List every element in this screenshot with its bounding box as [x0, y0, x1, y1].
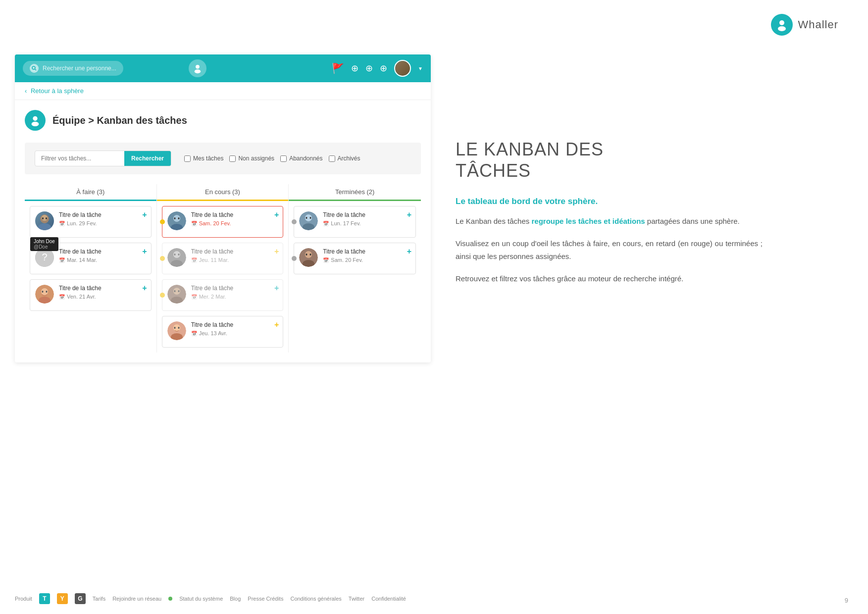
task-add-button[interactable]: +	[274, 210, 279, 219]
task-add-button[interactable]: +	[407, 210, 411, 219]
task-card[interactable]: Titre de la tâche 📅 Jeu. 13 Avr. +	[162, 316, 284, 348]
col-terminees-header: Terminées (2)	[289, 184, 421, 201]
svg-point-40	[178, 327, 179, 329]
checkbox-archives[interactable]: Archivés	[329, 155, 360, 162]
search-bar[interactable]: Rechercher une personne...	[23, 61, 123, 76]
task-add-button[interactable]: +	[274, 320, 279, 329]
task-avatar	[167, 211, 186, 230]
add-circle1-icon[interactable]: ⊕	[351, 63, 358, 74]
col-encours-cards: Titre de la tâche 📅 Sam. 20 Fev. +	[157, 206, 289, 353]
kanban-col-afaire: À faire (3)	[25, 184, 157, 353]
footer-blog[interactable]: Blog	[230, 596, 241, 602]
kanban-col-encours: En cours (3)	[157, 184, 289, 353]
svg-point-45	[310, 217, 311, 219]
task-info: Titre de la tâche 📅 Jeu. 13 Avr.	[191, 321, 278, 336]
svg-point-5	[196, 65, 200, 69]
checkbox-mes-taches-input[interactable]	[184, 155, 191, 162]
task-card[interactable]: Titre de la tâche 📅 Sam. 20 Fev. +	[294, 243, 416, 274]
svg-text:?: ?	[42, 252, 47, 262]
svg-point-10	[38, 223, 51, 230]
task-card[interactable]: Titre de la tâche 📅 Sam. 20 Fev. +	[162, 206, 284, 238]
task-add-button[interactable]: +	[407, 247, 411, 256]
svg-point-20	[46, 291, 48, 293]
task-title: Titre de la tâche	[191, 211, 278, 218]
task-card[interactable]: Titre de la tâche 📅 Ven. 21 Avr. +	[30, 279, 152, 311]
task-dot	[160, 256, 165, 261]
right-panel: LE KANBAN DES TÂCHES Le tableau de bord …	[456, 139, 763, 295]
right-panel-section-title: Le tableau de bord de votre sphère.	[456, 195, 763, 208]
checkbox-non-assignes-input[interactable]	[229, 155, 236, 162]
task-info: Titre de la tâche 📅 Sam. 20 Fev.	[191, 211, 278, 226]
add-circle3-icon[interactable]: ⊕	[380, 63, 387, 74]
task-add-button[interactable]: +	[142, 284, 147, 293]
task-date: 📅 Jeu. 11 Mar.	[191, 257, 278, 263]
footer-tarifs[interactable]: Tarifs	[93, 596, 105, 602]
app-panel: Rechercher une personne... 🚩 ⊕ ⊕ ⊕ ▼ ‹ R…	[15, 54, 431, 362]
task-info: Titre de la tâche 📅 Sam. 20 Fev.	[323, 248, 410, 263]
svg-point-1	[779, 20, 784, 25]
col-afaire-count: (3)	[97, 188, 104, 196]
task-card[interactable]: Titre de la tâche 📅 Lun. 17 Fev. +	[294, 206, 416, 238]
breadcrumb: ‹ Retour à la sphère	[15, 82, 431, 100]
col-encours-header: En cours (3)	[157, 184, 289, 201]
task-avatar	[167, 321, 186, 340]
col-afaire-cards: Titre de la tâche 📅 Lun. 29 Fev. + John …	[25, 206, 156, 316]
footer-rejoindre[interactable]: Rejoindre un réseau	[112, 596, 161, 602]
search-icon	[30, 64, 39, 73]
whaller-logo-icon	[771, 14, 793, 36]
svg-point-7	[33, 116, 37, 121]
svg-point-25	[178, 217, 179, 219]
add-circle2-icon[interactable]: ⊕	[365, 63, 373, 74]
task-add-button[interactable]: +	[142, 210, 147, 219]
navbar: Rechercher une personne... 🚩 ⊕ ⊕ ⊕ ▼	[15, 54, 431, 82]
right-panel-body2: Visualisez en un coup d'oeil les tâches …	[456, 237, 763, 262]
filter-input[interactable]	[35, 151, 124, 166]
checkbox-archives-label: Archivés	[338, 155, 360, 162]
task-info: Titre de la tâche 📅 Lun. 29 Fev.	[59, 211, 146, 226]
task-add-button[interactable]: +	[274, 284, 279, 293]
footer-conditions[interactable]: Conditions générales	[290, 596, 341, 602]
task-card[interactable]: Titre de la tâche 📅 Jeu. 11 Mar. +	[162, 243, 284, 274]
user-avatar-nav[interactable]	[394, 60, 411, 77]
footer-statut[interactable]: Statut du système	[179, 596, 223, 602]
filter-input-wrap: Rechercher	[35, 151, 171, 166]
svg-line-4	[35, 69, 37, 71]
checkbox-archives-input[interactable]	[329, 155, 335, 162]
footer-presse[interactable]: Presse Crédits	[248, 596, 283, 602]
task-add-button[interactable]: +	[142, 247, 147, 256]
avatar-dropdown-icon[interactable]: ▼	[418, 66, 423, 71]
checkbox-mes-taches[interactable]: Mes tâches	[184, 155, 223, 162]
footer-logo-y: Y	[57, 593, 68, 604]
task-avatar	[35, 211, 54, 230]
task-add-button[interactable]: +	[274, 247, 279, 256]
footer-twitter[interactable]: Twitter	[349, 596, 364, 602]
task-avatar	[167, 285, 186, 304]
task-date: 📅 Mar. 14 Mar.	[59, 257, 146, 263]
flag-icon[interactable]: 🚩	[332, 62, 344, 74]
task-dot	[160, 219, 165, 224]
task-date: 📅 Ven. 21 Avr.	[59, 294, 146, 300]
task-title: Titre de la tâche	[191, 285, 278, 292]
svg-point-24	[174, 217, 175, 219]
cal-icon: 📅	[59, 257, 65, 263]
svg-point-13	[46, 217, 47, 219]
footer: Produit T Y G Tarifs Rejoindre un réseau…	[15, 593, 431, 604]
footer-confidentialite[interactable]: Confidentialité	[371, 596, 406, 602]
task-date: 📅 Lun. 29 Fev.	[59, 220, 146, 226]
task-title: Titre de la tâche	[59, 248, 146, 255]
checkbox-non-assignes[interactable]: Non assignés	[229, 155, 274, 162]
task-date: 📅 Lun. 17 Fev.	[323, 220, 410, 226]
breadcrumb-link[interactable]: Retour à la sphère	[31, 87, 84, 95]
search-button[interactable]: Rechercher	[124, 151, 171, 166]
task-card[interactable]: Titre de la tâche 📅 Mer. 2 Mar. +	[162, 279, 284, 311]
checkbox-mes-taches-label: Mes tâches	[193, 155, 223, 162]
user-tooltip: John Doe@Doe	[30, 237, 58, 251]
checkbox-abandonnes[interactable]: Abandonnés	[280, 155, 322, 162]
task-title: Titre de la tâche	[191, 321, 278, 328]
svg-point-19	[42, 291, 44, 293]
task-info: Titre de la tâche 📅 Jeu. 11 Mar.	[191, 248, 278, 263]
task-card[interactable]: Titre de la tâche 📅 Lun. 29 Fev. + John …	[30, 206, 152, 238]
col-afaire-header: À faire (3)	[25, 184, 156, 201]
right-panel-heading: LE KANBAN DES TÂCHES	[456, 139, 763, 181]
checkbox-abandonnes-input[interactable]	[280, 155, 287, 162]
